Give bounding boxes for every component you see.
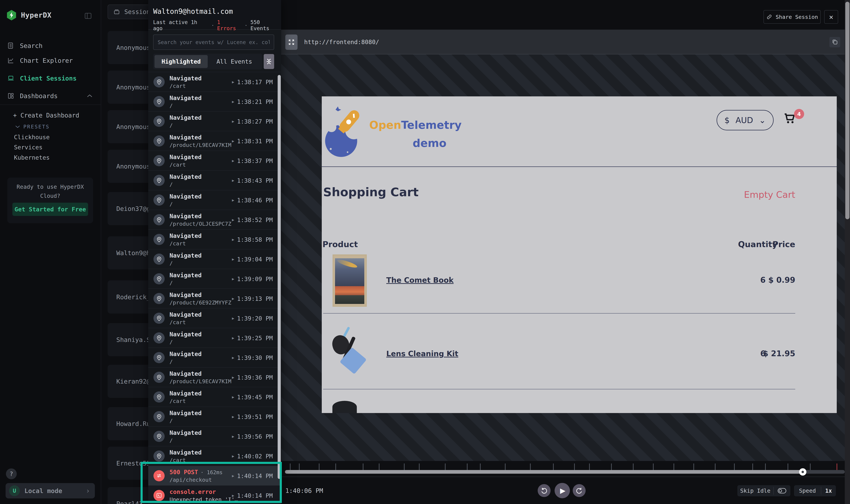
close-icon: ✕ [829, 13, 833, 21]
local-mode-menu[interactable]: U Local mode › [5, 483, 95, 499]
play-marker-icon[interactable]: ▶ [232, 80, 234, 84]
brand-name[interactable]: OpenTelemetry [369, 119, 462, 131]
play-marker-icon[interactable]: ▶ [232, 375, 234, 380]
skip-idle-label[interactable]: Skip Idle [738, 487, 773, 494]
copy-url-button[interactable] [829, 37, 840, 48]
event-row[interactable]: Navigated / ▶1:39:25 PM [148, 328, 281, 347]
link-icon [766, 14, 772, 20]
event-row[interactable]: Navigated /cart ▶1:38:58 PM [148, 229, 281, 249]
play-marker-icon[interactable]: ▶ [232, 237, 234, 242]
event-list: Navigated /cart ▶1:38:17 PM Navigated / … [148, 72, 281, 504]
rewind-button[interactable] [538, 484, 551, 497]
close-button[interactable]: ✕ [824, 10, 838, 24]
skip-idle-toggle[interactable] [774, 488, 791, 494]
cart-button[interactable]: 4 [782, 110, 803, 131]
event-search-input[interactable] [153, 35, 274, 50]
play-marker-icon[interactable]: ▶ [232, 356, 234, 360]
replay-timeline[interactable] [281, 461, 850, 476]
play-marker-icon[interactable]: ▶ [232, 316, 234, 321]
event-row[interactable]: Navigated / ▶1:39:56 PM [148, 426, 281, 446]
cloud-promo-card: Ready to use HyperDX Cloud? [7, 178, 93, 223]
event-row[interactable]: Navigated /product/OLJCESPC7Z ▶1:38:52 P… [148, 210, 281, 229]
play-marker-icon[interactable]: ▶ [232, 493, 234, 498]
app-logo[interactable]: HyperDX [6, 10, 52, 21]
preset-services[interactable]: Services [0, 143, 101, 152]
play-marker-icon[interactable]: ▶ [232, 474, 234, 478]
event-row[interactable]: Navigated / ▶1:38:43 PM [148, 170, 281, 190]
speed-label[interactable]: Speed [794, 487, 821, 494]
forward-button[interactable] [573, 484, 586, 497]
play-marker-icon[interactable]: ▶ [232, 296, 234, 301]
play-marker-icon[interactable]: ▶ [232, 159, 234, 163]
play-marker-icon[interactable]: ▶ [232, 198, 234, 202]
help-button[interactable]: ? [6, 468, 17, 479]
event-row[interactable]: Navigated / ▶1:39:09 PM [148, 269, 281, 288]
play-marker-icon[interactable]: ▶ [232, 119, 234, 124]
location-pin-icon [154, 392, 164, 402]
play-marker-icon[interactable]: ▶ [232, 257, 234, 262]
window-scrollbar-thumb[interactable] [845, 2, 849, 219]
event-row[interactable]: Navigated /product/L9ECAV7KIM ▶1:38:31 P… [148, 131, 281, 150]
tab-all-events[interactable]: All Events [208, 55, 261, 68]
play-marker-icon[interactable]: ▶ [232, 100, 234, 104]
play-marker-icon[interactable]: ▶ [232, 454, 234, 458]
sidebar-item-client-sessions[interactable]: Client Sessions [0, 71, 101, 86]
share-session-button[interactable]: Share Session [763, 10, 821, 24]
sidebar-collapse-icon[interactable] [84, 12, 92, 20]
event-row[interactable]: Navigated /cart ▶1:39:20 PM [148, 308, 281, 328]
play-marker-icon[interactable]: ▶ [232, 277, 234, 281]
create-dashboard-link[interactable]: + Create Dashboard [0, 110, 101, 120]
product-image-lens-kit[interactable] [331, 325, 368, 376]
currency-select[interactable]: $ AUD ⌄ [716, 110, 774, 130]
speed-value[interactable]: 1x [821, 487, 836, 494]
play-marker-icon[interactable]: ▶ [232, 178, 234, 183]
preset-clickhouse[interactable]: Clickhouse [0, 132, 101, 142]
event-row[interactable]: Navigated /cart ▶1:38:17 PM [148, 72, 281, 91]
collapse-events-button[interactable] [264, 54, 274, 69]
timeline-tick [404, 463, 404, 471]
event-row[interactable]: Navigated /cart ▶1:39:45 PM [148, 387, 281, 407]
event-row[interactable]: Navigated / ▶1:39:04 PM [148, 249, 281, 269]
play-marker-icon[interactable]: ▶ [232, 434, 234, 439]
chevron-down-icon: ⌄ [759, 115, 766, 125]
event-row[interactable]: Navigated /cart ▶1:40:02 PM [148, 446, 281, 466]
presets-toggle[interactable]: PRESETS [0, 122, 101, 131]
play-marker-icon[interactable]: ▶ [232, 218, 234, 222]
event-row[interactable]: Navigated / ▶1:39:30 PM [148, 347, 281, 367]
play-button[interactable]: ▶ [555, 483, 570, 498]
timeline-playhead[interactable] [799, 468, 806, 475]
event-row[interactable]: 500 POST· 162ms /api/checkout ▶1:40:14 P… [148, 466, 281, 485]
get-started-button[interactable]: Get Started for Free [12, 203, 88, 216]
event-row[interactable]: Navigated /cart ▶1:38:37 PM [148, 150, 281, 170]
fullscreen-button[interactable] [285, 35, 297, 50]
event-row[interactable]: Navigated / ▶1:38:21 PM [148, 91, 281, 111]
play-marker-icon[interactable]: ▶ [232, 336, 234, 340]
event-row[interactable]: Navigated /product/L9ECAV7KIM ▶1:39:36 P… [148, 367, 281, 387]
event-row[interactable]: Navigated /product/6E92ZMYYFZ ▶1:39:13 P… [148, 288, 281, 308]
event-row[interactable]: Navigated / ▶1:38:27 PM [148, 111, 281, 131]
empty-cart-button[interactable]: Empty Cart [726, 190, 795, 200]
event-row[interactable]: Navigated / ▶1:39:51 PM [148, 407, 281, 426]
sidebar-item-search[interactable]: Search [0, 38, 101, 53]
row-divider [323, 389, 795, 389]
play-marker-icon[interactable]: ▶ [232, 415, 234, 419]
page-header-divider [322, 166, 837, 167]
location-pin-icon [154, 411, 164, 422]
event-row[interactable]: Navigated / ▶1:38:46 PM [148, 190, 281, 210]
timeline-track[interactable] [285, 470, 845, 474]
product-link-comet-book[interactable]: The Comet Book [386, 276, 454, 284]
event-row[interactable]: console.error Unexpected token 'I'… ▶1:4… [148, 485, 281, 504]
tab-highlighted[interactable]: Highlighted [155, 55, 208, 68]
sidebar-item-chart-explorer[interactable]: Chart Explorer [0, 53, 101, 68]
product-image-comet-book[interactable] [333, 254, 367, 307]
chevron-up-icon[interactable] [87, 94, 92, 97]
timeline-tick [574, 463, 575, 471]
event-list-scrollbar[interactable] [278, 75, 281, 479]
play-marker-icon[interactable]: ▶ [232, 395, 234, 399]
timeline-tick [589, 463, 590, 471]
window-scrollbar[interactable] [845, 0, 850, 504]
preset-kubernetes[interactable]: Kubernetes [0, 153, 101, 162]
product-link-lens-kit[interactable]: Lens Cleaning Kit [386, 349, 458, 358]
sidebar-item-dashboards[interactable]: Dashboards [0, 88, 101, 104]
play-marker-icon[interactable]: ▶ [232, 139, 234, 143]
